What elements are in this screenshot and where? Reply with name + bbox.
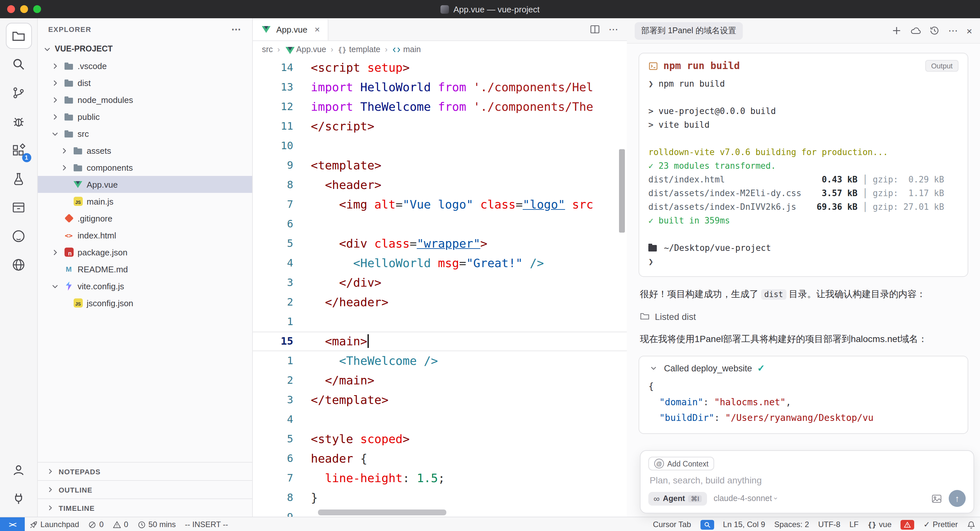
tree-item-src[interactable]: src [38, 125, 252, 142]
code-line[interactable]: 3</template> [253, 390, 627, 410]
code-line[interactable]: 1 [253, 312, 627, 332]
section-outline[interactable]: OUTLINE [38, 480, 252, 498]
remote-indicator[interactable]: >< [0, 517, 25, 531]
code-line[interactable]: 5<style scoped> [253, 429, 627, 449]
tree-item-assets[interactable]: assets [38, 142, 252, 159]
code-line[interactable]: 5 <div class="wrapper"> [253, 234, 627, 253]
status-cursor-tab[interactable]: Cursor Tab [648, 517, 695, 531]
history-icon[interactable] [929, 25, 940, 36]
alert-badge[interactable] [896, 517, 919, 531]
status-0[interactable]: 0 [84, 517, 108, 531]
code-line[interactable]: 2 </main> [253, 371, 627, 390]
tree-item-readme-md[interactable]: MREADME.md [38, 261, 252, 278]
tab-close-icon[interactable]: × [314, 24, 320, 35]
tool-call-header[interactable]: Called deploy_website ✓ [648, 363, 958, 374]
section-notepads[interactable]: NOTEPADS [38, 462, 252, 480]
tree-item-vite-config-js[interactable]: vite.config.js [38, 278, 252, 294]
agent-mode-selector[interactable]: ∞ Agent ⌘I [648, 491, 707, 505]
code-line[interactable]: 13import HelloWorld from './components/H… [253, 78, 627, 97]
code-line[interactable]: 9<template> [253, 156, 627, 175]
code-line[interactable]: 10 [253, 136, 627, 156]
tree-item-index-html[interactable]: <>index.html [38, 227, 252, 244]
tree-item-public[interactable]: public [38, 108, 252, 125]
code-line[interactable]: 11</script> [253, 117, 627, 136]
vertical-scrollbar[interactable] [619, 149, 625, 232]
tree-item-vscode[interactable]: .vscode [38, 57, 252, 74]
attach-image-icon[interactable] [931, 493, 942, 504]
code-line[interactable]: 6header { [253, 449, 627, 469]
chat-more-icon[interactable]: ⋯ [948, 25, 958, 37]
code-line[interactable]: 15 <main> [253, 332, 627, 351]
tree-item-components[interactable]: components [38, 159, 252, 176]
breadcrumb-template[interactable]: {}template [338, 45, 380, 54]
add-context-chip[interactable]: @ Add Context [648, 457, 714, 471]
tree-item-dist[interactable]: dist [38, 74, 252, 91]
new-chat-icon[interactable] [891, 25, 902, 36]
output-badge[interactable]: Output [925, 60, 958, 72]
tree-root-vue-project[interactable]: VUE-PROJECT [38, 40, 252, 57]
code-line[interactable]: 2 </header> [253, 293, 627, 312]
editor-more-icon[interactable]: ⋯ [609, 24, 619, 35]
code-line[interactable]: 4 [253, 410, 627, 429]
extensions-icon[interactable]: 1 [4, 136, 33, 164]
code-line[interactable]: 7 <img alt="Vue logo" class="logo" src [253, 195, 627, 215]
status-spaces-2[interactable]: Spaces: 2 [770, 517, 814, 531]
code-line[interactable]: 7 line-height: 1.5; [253, 469, 627, 488]
account-icon[interactable] [4, 456, 33, 483]
minimize-window-button[interactable] [20, 5, 28, 13]
chat-input-box[interactable]: @ Add Context Plan, search, build anythi… [640, 450, 974, 514]
listed-dist-row[interactable]: Listed dist [640, 311, 967, 321]
breadcrumb-src[interactable]: src [262, 45, 273, 54]
tree-item-node-modules[interactable]: node_modules [38, 91, 252, 108]
tree-item-package-json[interactable]: package.json [38, 244, 252, 261]
cloud-icon[interactable] [910, 25, 921, 36]
remote-icon[interactable] [4, 251, 33, 278]
breadcrumb-app-vue[interactable]: App.vue [285, 45, 326, 54]
testing-icon[interactable] [4, 165, 33, 192]
status-prettier[interactable]: ✓Prettier [919, 517, 963, 531]
close-window-button[interactable] [7, 5, 15, 13]
tree-item-main-js[interactable]: main.js [38, 193, 252, 210]
code-line[interactable]: 3 </div> [253, 273, 627, 293]
tree-item-jsconfig-json[interactable]: jsconfig.json [38, 294, 252, 312]
chat-tab-title[interactable]: 部署到 1Panel 的域名设置 [635, 22, 743, 40]
status-0[interactable]: 0 [108, 517, 133, 531]
status-ln-15-col-9[interactable]: Ln 15, Col 9 [718, 517, 770, 531]
status-bell[interactable] [963, 517, 980, 531]
code-line[interactable]: 8} [253, 488, 627, 507]
model-selector[interactable]: claude-4-sonnet › [713, 494, 777, 503]
horizontal-scrollbar[interactable] [318, 509, 446, 515]
explorer-more-icon[interactable]: ⋯ [231, 24, 242, 35]
code-editor[interactable]: 14<script setup>13import HelloWorld from… [253, 58, 627, 517]
status-50-mins[interactable]: 50 mins [133, 517, 180, 531]
code-line[interactable]: 4 <HelloWorld msg="Great!" /> [253, 253, 627, 273]
chat-input-placeholder[interactable]: Plan, search, build anything [650, 475, 964, 485]
debug-icon[interactable] [4, 108, 33, 135]
zoom-badge[interactable] [695, 517, 718, 531]
status-insert[interactable]: -- INSERT -- [180, 517, 232, 531]
code-line[interactable]: 14<script setup> [253, 58, 627, 78]
source-control-icon[interactable] [4, 79, 33, 106]
terminal-card-header[interactable]: npm run build Output [648, 60, 958, 72]
status-launchpad[interactable]: Launchpad [25, 517, 84, 531]
code-line[interactable]: 6 [253, 215, 627, 234]
code-line[interactable]: 1 <TheWelcome /> [253, 351, 627, 371]
status-lf[interactable]: LF [845, 517, 863, 531]
split-editor-icon[interactable] [590, 24, 600, 35]
plug-icon[interactable] [4, 485, 33, 512]
search-icon[interactable] [4, 50, 33, 78]
status-utf-8[interactable]: UTF-8 [813, 517, 845, 531]
zoom-window-button[interactable] [33, 5, 41, 13]
code-line[interactable]: 8 <header> [253, 175, 627, 195]
code-line[interactable]: 12import TheWelcome from './components/T… [253, 97, 627, 117]
github-icon[interactable] [4, 222, 33, 250]
tree-item-app-vue[interactable]: App.vue [38, 176, 252, 193]
tree-item-gitignore[interactable]: .gitignore [38, 210, 252, 227]
send-button[interactable]: ↑ [949, 490, 966, 507]
breadcrumb-main[interactable]: main [392, 45, 421, 54]
tab-app-vue[interactable]: App.vue × [253, 19, 328, 40]
explorer-icon[interactable] [6, 23, 32, 49]
chat-close-icon[interactable]: × [966, 25, 972, 36]
file-cabinet-icon[interactable] [4, 194, 33, 221]
status-vue[interactable]: {}vue [863, 517, 896, 531]
